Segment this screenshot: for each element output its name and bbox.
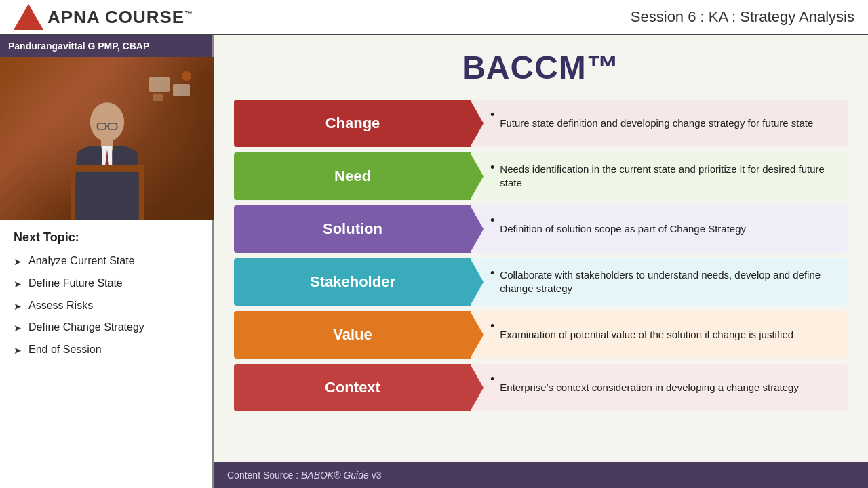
baccm-desc-change: Future state definition and developing c… <box>471 100 848 147</box>
baccm-desc-stakeholder: Collaborate with stakeholders to underst… <box>471 258 848 306</box>
baccm-label-value: Value <box>234 311 471 359</box>
baccm-diagram: Change Future state definition and devel… <box>234 100 848 411</box>
baccm-row-context: Context Enterprise's context considerati… <box>234 364 848 411</box>
svg-rect-13 <box>138 165 143 220</box>
video-feed <box>0 57 214 220</box>
topic-text: End of Session <box>28 343 102 357</box>
svg-rect-1 <box>149 77 170 80</box>
next-topic-panel: Next Topic: ➤Analyze Current State➤Defin… <box>0 220 212 488</box>
baccm-row-solution: Solution Definition of solution scope as… <box>234 205 848 253</box>
baccm-label-stakeholder: Stakeholder <box>234 258 471 306</box>
topic-text: Assess Risks <box>28 299 93 313</box>
baccm-row-change: Change Future state definition and devel… <box>234 100 848 147</box>
topic-item: ➤Define Change Strategy <box>14 321 199 335</box>
logo-triangle-icon <box>14 4 43 30</box>
topic-text: Analyze Current State <box>28 254 135 268</box>
baccm-desc-need: Needs identification in the current stat… <box>471 152 848 200</box>
svg-rect-14 <box>71 165 144 172</box>
slide-footer: Content Source : BABOK® Guide v3 <box>214 462 868 488</box>
arrow-icon: ➤ <box>14 300 22 312</box>
footer-text: Content Source : BABOK® Guide v3 <box>227 470 381 481</box>
arrow-icon: ➤ <box>14 256 22 268</box>
baccm-label-change: Change <box>234 100 471 147</box>
baccm-row-need: Need Needs identification in the current… <box>234 152 848 200</box>
baccm-row-value: Value Examination of potential value of … <box>234 311 848 359</box>
logo-text: APNA COURSE™ <box>47 7 193 28</box>
svg-rect-2 <box>173 84 190 96</box>
main-layout: Pandurangavittal G PMP, CBAP <box>0 35 868 488</box>
header: APNA COURSE™ Session 6 : KA : Strategy A… <box>0 0 868 35</box>
desk-items-decoration <box>146 70 200 111</box>
logo-area: APNA COURSE™ <box>14 4 193 30</box>
topic-text: Define Future State <box>28 277 123 291</box>
presenter-silhouette <box>66 98 148 220</box>
svg-rect-12 <box>71 165 75 220</box>
arrow-icon: ➤ <box>14 322 22 334</box>
session-title: Session 6 : KA : Strategy Analysis <box>631 8 854 26</box>
next-topic-title: Next Topic: <box>14 230 199 245</box>
baccm-desc-solution: Definition of solution scope as part of … <box>471 205 848 253</box>
topic-item: ➤Analyze Current State <box>14 254 199 268</box>
baccm-label-context: Context <box>234 364 471 411</box>
logo-tm: ™ <box>184 9 193 18</box>
arrow-icon: ➤ <box>14 344 22 357</box>
slide-content: BACCM™ Change Future state definition an… <box>214 35 868 462</box>
left-panel: Pandurangavittal G PMP, CBAP <box>0 35 214 488</box>
baccm-desc-context: Enterprise's context consideration in de… <box>471 364 848 411</box>
topic-item: ➤Assess Risks <box>14 299 199 313</box>
logo-a: A <box>47 7 61 27</box>
baccm-label-solution: Solution <box>234 205 471 253</box>
svg-point-5 <box>90 102 123 142</box>
baccm-label-need: Need <box>234 152 471 200</box>
svg-point-3 <box>182 71 191 81</box>
topic-item: ➤Define Future State <box>14 277 199 291</box>
topic-list: ➤Analyze Current State➤Define Future Sta… <box>14 254 199 357</box>
topic-text: Define Change Strategy <box>28 321 144 335</box>
right-panel: BACCM™ Change Future state definition an… <box>214 35 868 488</box>
presenter-name: Pandurangavittal G PMP, CBAP <box>0 35 212 57</box>
arrow-icon: ➤ <box>14 278 22 290</box>
svg-rect-4 <box>153 94 163 101</box>
topic-item: ➤End of Session <box>14 343 199 357</box>
baccm-desc-value: Examination of potential value of the so… <box>471 311 848 359</box>
slide-title: BACCM™ <box>234 49 848 86</box>
baccm-row-stakeholder: Stakeholder Collaborate with stakeholder… <box>234 258 848 306</box>
